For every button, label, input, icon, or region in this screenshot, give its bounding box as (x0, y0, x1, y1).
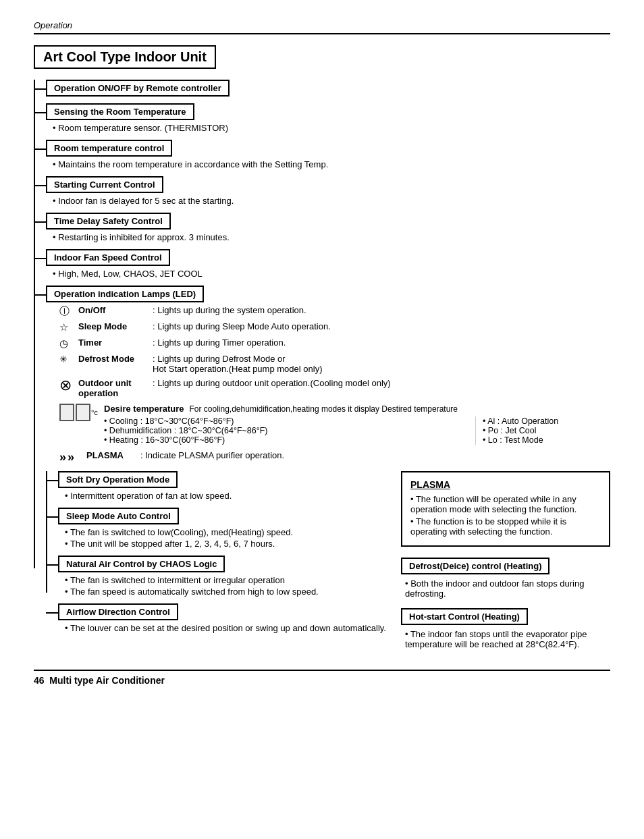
led-row-on-off: Ⓘ On/Off : Lights up during the system o… (53, 305, 610, 317)
left-col-v-line (46, 471, 47, 593)
branch-h-sensing (34, 112, 46, 113)
desire-temp-row: °c Desire temperature For cooling,dehumi… (59, 404, 610, 445)
section-title-natural-air: Natural Air Control by CHAOS Logic (58, 556, 225, 572)
seg-display-1 (59, 404, 74, 421)
led-row-sleep-mode: ☆ Sleep Mode : Lights up during Sleep Mo… (53, 321, 610, 333)
led-label-on-off: On/Off (78, 305, 153, 315)
plasma-box-title: PLASMA (410, 479, 601, 490)
plasma-desc: : Indicate PLASMA purifier operation. (140, 450, 284, 460)
plasma-box: PLASMA • The function will be operated w… (401, 471, 610, 547)
on-off-icon: Ⓘ (59, 305, 78, 317)
section-content-airflow: • The louver can be set at the desired p… (58, 623, 387, 633)
led-desc-on-off: : Lights up during the system operation. (153, 305, 306, 315)
desire-temp-right: • Al : Auto Operation • Po : Jet Cool • … (475, 416, 610, 445)
desire-temp-left: • Cooling : 18°C~30°C(64°F~86°F) • Dehum… (104, 416, 475, 445)
defrost-box: Defrost(Deice) control (Heating) • Both … (401, 558, 610, 599)
bottom-two-col: Soft Dry Operation Mode • Intermittent o… (46, 471, 610, 649)
right-col: PLASMA • The function will be operated w… (401, 471, 610, 649)
left-col-tree: Soft Dry Operation Mode • Intermittent o… (46, 471, 387, 633)
desire-test-mode: • Lo : Test Mode (483, 435, 610, 445)
led-row-outdoor: ⊗ Outdoor unit operation : Lights up dur… (53, 378, 610, 398)
main-title: Art Cool Type Indoor Unit (34, 45, 216, 69)
branch-h-time-delay (34, 221, 46, 223)
timer-icon: ◷ (59, 337, 78, 350)
defrost-icon: ✳ (59, 354, 78, 365)
led-label-defrost: Defrost Mode (78, 354, 153, 364)
section-content-sensing: • Room temperature sensor. (THERMISTOR) (46, 123, 610, 133)
section-content-natural-air: • The fan is switched to intermittent or… (58, 575, 387, 597)
desire-dehum: • Dehumidification : 18°C~30°C(64°F~86°F… (104, 426, 475, 435)
hot-start-box-content: • The indoor fan stops until the evapora… (401, 629, 610, 649)
branch-h-op-on-off (34, 88, 46, 90)
defrost-box-title: Defrost(Deice) control (Heating) (401, 558, 549, 574)
desire-heating: • Heating : 16~30°C(60°F~86°F) (104, 435, 475, 445)
desire-temp-title: Desire temperature (104, 404, 184, 414)
plasma-box-content-2: • The function is to be stopped while it… (410, 516, 601, 537)
section-title-led: Operation indication Lamps (LED) (46, 286, 204, 302)
section-content-starting-current: • Indoor fan is delayed for 5 sec at the… (46, 196, 610, 206)
section-title-soft-dry: Soft Dry Operation Mode (58, 471, 178, 488)
plasma-box-content-1: • The function will be operated while in… (410, 494, 601, 514)
led-items: Ⓘ On/Off : Lights up during the system o… (53, 305, 610, 464)
desire-cooling: • Cooling : 18°C~30°C(64°F~86°F) (104, 416, 475, 426)
section-airflow: Airflow Direction Control • The louver c… (58, 603, 387, 633)
section-sleep-mode-ctrl: Sleep Mode Auto Control • The fan is swi… (58, 508, 387, 549)
led-row-defrost: ✳ Defrost Mode : Lights up during Defros… (53, 354, 610, 374)
section-led: Operation indication Lamps (LED) Ⓘ On/Of… (46, 286, 610, 464)
celsius-indicator: °c (91, 408, 98, 416)
hot-start-box: Hot-start Control (Heating) • The indoor… (401, 608, 610, 649)
desire-auto: • Al : Auto Operation (483, 416, 610, 426)
section-time-delay: Time Delay Safety Control • Restarting i… (46, 213, 610, 242)
hot-start-box-title: Hot-start Control (Heating) (401, 608, 528, 625)
led-row-timer: ◷ Timer : Lights up during Timer operati… (53, 337, 610, 350)
branch-h-room-temp (34, 148, 46, 150)
footer-divider: 46 Multi type Air Conditioner (34, 670, 610, 686)
section-content-soft-dry: • Intermittent operation of fan at low s… (58, 491, 387, 501)
desire-jet-cool: • Po : Jet Cool (483, 426, 610, 435)
section-content-sleep-mode-ctrl: • The fan is switched to low(Cooling), m… (58, 527, 387, 549)
footer-text: 46 Multi type Air Conditioner (34, 675, 165, 686)
outdoor-unit-icon: ⊗ (59, 377, 78, 394)
defrost-box-content: • Both the indoor and outdoor fan stops … (401, 578, 610, 599)
led-desc-outdoor: : Lights up during outdoor unit operatio… (153, 378, 391, 388)
section-content-time-delay: • Restarting is inhibited for approx. 3 … (46, 232, 610, 242)
section-content-fan-speed: • High, Med, Low, CHAOS, JET COOL (46, 269, 610, 279)
left-col: Soft Dry Operation Mode • Intermittent o… (46, 471, 387, 649)
section-fan-speed: Indoor Fan Speed Control • High, Med, Lo… (46, 249, 610, 279)
plasma-label: PLASMA (86, 450, 140, 460)
led-label-outdoor: Outdoor unit operation (78, 378, 153, 398)
section-natural-air: Natural Air Control by CHAOS Logic • The… (58, 556, 387, 597)
led-desc-defrost: : Lights up during Defrost Mode or Hot S… (153, 354, 322, 374)
led-desc-sleep-mode: : Lights up during Sleep Mode Auto opera… (153, 321, 331, 331)
header-divider (34, 33, 610, 34)
led-label-sleep-mode: Sleep Mode (78, 321, 153, 331)
seg-display-2 (76, 404, 90, 421)
branch-h-airflow (46, 612, 58, 614)
section-title-airflow: Airflow Direction Control (58, 603, 178, 620)
sleep-mode-icon: ☆ (59, 321, 78, 333)
plasma-indicator-row: »» PLASMA : Indicate PLASMA purifier ope… (59, 450, 610, 464)
section-title-time-delay: Time Delay Safety Control (46, 213, 171, 229)
branch-h-led (34, 294, 46, 296)
section-title-starting-current: Starting Current Control (46, 176, 163, 193)
desire-temp-content: Desire temperature For cooling,dehumidif… (104, 404, 610, 445)
section-content-room-temp: • Maintains the room temperature in acco… (46, 159, 610, 169)
section-room-temp: Room temperature control • Maintains the… (46, 140, 610, 169)
branch-h-fan-speed (34, 258, 46, 259)
section-title-room-temp: Room temperature control (46, 140, 172, 157)
branch-h-sleep-mode-ctrl (46, 516, 58, 518)
tree-v-line-main (34, 80, 35, 568)
plasma-symbol: »» (59, 450, 86, 464)
led-desc-timer: : Lights up during Timer operation. (153, 337, 286, 348)
led-label-timer: Timer (78, 337, 153, 348)
section-starting-current: Starting Current Control • Indoor fan is… (46, 176, 610, 206)
section-title-sleep-mode-ctrl: Sleep Mode Auto Control (58, 508, 179, 524)
section-op-on-off: Operation ON/OFF by Remote controller (46, 80, 610, 99)
page: Operation Art Cool Type Indoor Unit Oper… (0, 0, 644, 839)
desire-temp-subtitle: For cooling,dehumidification,heating mod… (190, 404, 458, 414)
branch-h-soft-dry (46, 480, 58, 481)
section-title-fan-speed: Indoor Fan Speed Control (46, 249, 170, 266)
section-title-op-on-off: Operation ON/OFF by Remote controller (46, 80, 230, 97)
section-soft-dry: Soft Dry Operation Mode • Intermittent o… (58, 471, 387, 501)
section-title-sensing: Sensing the Room Temperature (46, 103, 194, 120)
